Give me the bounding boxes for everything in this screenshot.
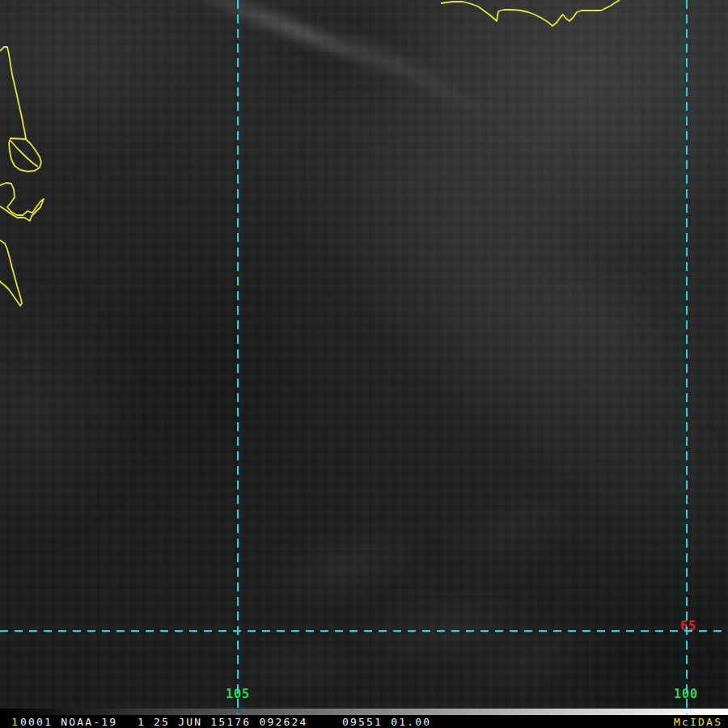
coastline-west-star [0, 183, 44, 221]
map-grid-coastline-overlay [0, 0, 728, 715]
app-name: McIDAS [674, 716, 722, 728]
coastline-west-ribbon-fold [11, 141, 38, 167]
image-id: 0001 NOAA-19 [20, 716, 117, 728]
mcidas-window: 105 100 65 1 0001 NOAA-19 1 25 JUN 15176… [0, 0, 728, 728]
scan-resolution: 09551 01.00 [342, 716, 431, 728]
status-bar: 1 0001 NOAA-19 1 25 JUN 15176 092624 095… [0, 715, 728, 728]
coastline-north [441, 0, 620, 26]
coastline-west-hook [0, 240, 22, 306]
image-datetime: 1 25 JUN 15176 092624 [138, 716, 308, 728]
frame-number: 1 [11, 716, 19, 728]
coastline-west-upper [0, 47, 26, 139]
